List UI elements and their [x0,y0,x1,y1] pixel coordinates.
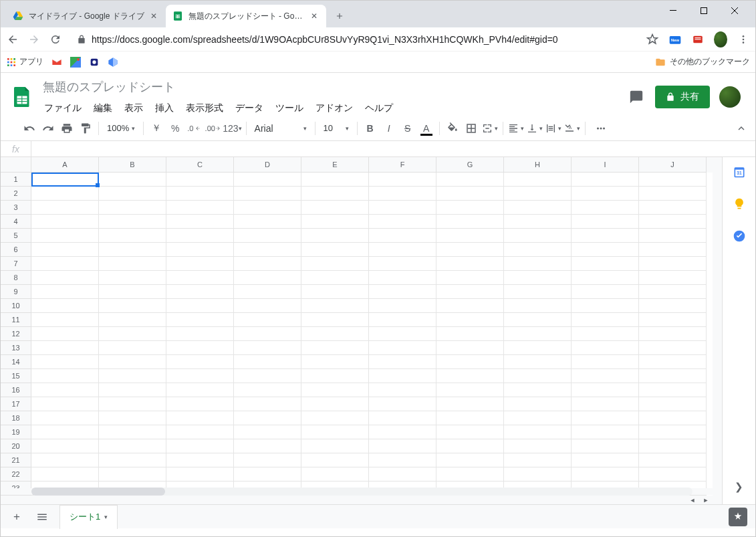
cell[interactable] [99,341,166,355]
new-tab-button[interactable] [330,7,349,25]
nav-forward-button[interactable] [27,33,41,46]
cell[interactable] [301,327,369,341]
menu-file[interactable]: ファイル [39,100,86,117]
row-header[interactable]: 19 [1,425,31,439]
nav-back-button[interactable] [6,33,19,46]
cell[interactable] [31,397,99,411]
column-header[interactable]: D [234,157,301,173]
side-panel-collapse-button[interactable]: ❯ [731,479,747,495]
row-header[interactable]: 14 [1,355,31,369]
text-rotation-button[interactable]: A [563,120,581,137]
cell[interactable] [31,425,99,439]
menu-insert[interactable]: 挿入 [150,100,178,117]
text-color-button[interactable]: A [418,120,435,137]
cell[interactable] [301,243,369,257]
cell[interactable] [436,397,504,411]
cell[interactable] [31,369,99,383]
cell[interactable] [639,285,707,299]
add-sheet-button[interactable]: + [9,509,25,525]
cell[interactable] [639,341,707,355]
cell[interactable] [572,355,639,369]
cell[interactable] [301,313,369,327]
cell[interactable] [639,173,707,187]
cell[interactable] [436,201,504,215]
undo-button[interactable] [21,120,38,137]
print-button[interactable] [58,120,76,137]
collapse-toolbar-button[interactable] [733,120,750,137]
bold-button[interactable]: B [362,120,379,137]
cell[interactable] [234,285,301,299]
cell[interactable] [369,173,436,187]
cell[interactable] [436,215,504,229]
cell[interactable] [301,285,369,299]
cell[interactable] [234,327,301,341]
cell[interactable] [504,355,572,369]
menu-data[interactable]: データ [231,100,268,117]
cell[interactable] [301,453,369,467]
all-sheets-button[interactable] [34,509,50,525]
cell[interactable] [99,187,166,201]
cell[interactable] [639,313,707,327]
cell[interactable] [301,397,369,411]
cell[interactable] [301,425,369,439]
cell[interactable] [31,173,99,187]
cell[interactable] [31,467,99,481]
row-header[interactable]: 20 [1,439,31,453]
cell[interactable] [99,369,166,383]
cell[interactable] [572,369,639,383]
cell[interactable] [31,271,99,285]
sheet-tab[interactable]: シート1 ▾ [59,505,118,529]
cell[interactable] [504,285,572,299]
cell[interactable] [31,453,99,467]
column-header[interactable]: C [166,157,234,173]
cell[interactable] [166,187,234,201]
cell[interactable] [166,201,234,215]
cell[interactable] [301,201,369,215]
cell[interactable] [99,215,166,229]
cell[interactable] [99,257,166,271]
cell[interactable] [572,229,639,243]
cell[interactable] [301,467,369,481]
cell[interactable] [31,299,99,313]
cell[interactable] [99,173,166,187]
menu-tools[interactable]: ツール [271,100,308,117]
cell[interactable] [234,243,301,257]
cell[interactable] [639,369,707,383]
merge-cells-button[interactable] [481,120,499,137]
cell[interactable] [31,243,99,257]
cell[interactable] [166,257,234,271]
fx-label[interactable]: fx [1,141,31,156]
cell[interactable] [504,187,572,201]
cell[interactable] [369,355,436,369]
cell[interactable] [369,201,436,215]
cell[interactable] [436,285,504,299]
cell[interactable] [99,285,166,299]
cell[interactable] [639,187,707,201]
cell[interactable] [369,369,436,383]
cell[interactable] [99,201,166,215]
cell[interactable] [31,215,99,229]
cell[interactable] [639,383,707,397]
cell[interactable] [99,397,166,411]
decrease-decimal-button[interactable]: .0 [185,120,203,137]
horizontal-scrollbar[interactable]: ◄ ► [1,496,713,504]
cell[interactable] [504,439,572,453]
row-header[interactable]: 9 [1,285,31,299]
cell[interactable] [301,299,369,313]
cell[interactable] [572,313,639,327]
cell[interactable] [31,327,99,341]
cell[interactable] [166,271,234,285]
cell[interactable] [369,467,436,481]
cell[interactable] [369,299,436,313]
extension-icon[interactable] [691,33,705,46]
column-header[interactable]: J [639,157,707,173]
cell[interactable] [504,229,572,243]
cell[interactable] [31,257,99,271]
font-select[interactable]: Arial▾ [251,123,311,134]
vertical-align-button[interactable] [526,120,543,137]
cell[interactable] [166,383,234,397]
tab-close-icon[interactable]: ✕ [309,11,320,21]
cell[interactable] [436,453,504,467]
column-header[interactable]: I [572,157,639,173]
cell[interactable] [301,215,369,229]
